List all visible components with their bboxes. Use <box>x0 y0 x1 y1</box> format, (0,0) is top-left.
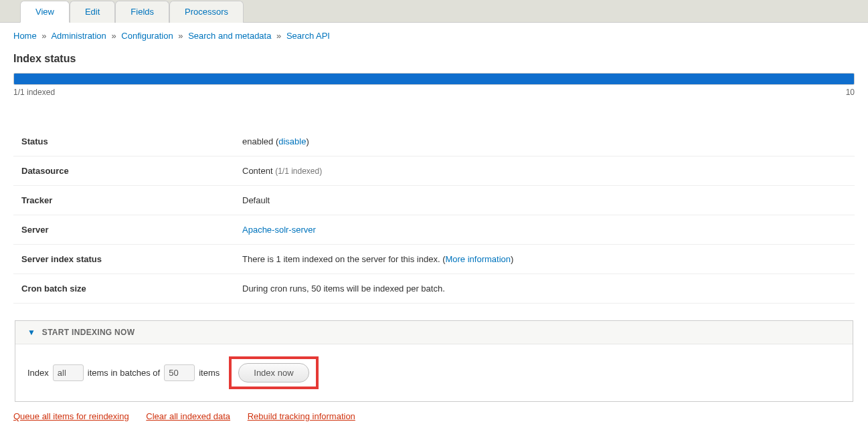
batch-size-input[interactable] <box>164 364 195 381</box>
breadcrumb-search-api[interactable]: Search API <box>286 31 330 41</box>
breadcrumb: Home » Administration » Configuration » … <box>13 31 855 41</box>
bottom-links: Queue all items for reindexing Clear all… <box>13 411 855 421</box>
breadcrumb-configuration[interactable]: Configuration <box>121 31 173 41</box>
row-label-server: Server <box>13 215 234 245</box>
progress-meta: 1/1 indexed 10 <box>13 88 855 97</box>
index-text-1: Index <box>27 368 49 378</box>
row-value-tracker: Default <box>234 186 855 215</box>
start-indexing-fieldset: ▼ START INDEXING NOW Index items in batc… <box>15 320 853 402</box>
breadcrumb-administration[interactable]: Administration <box>51 31 106 41</box>
row-value-cron-batch: During cron runs, 50 items will be index… <box>234 274 855 304</box>
status-suffix: ) <box>306 136 309 146</box>
row-value-datasource: Content (1/1 indexed) <box>234 156 855 186</box>
row-label-status: Status <box>13 127 234 156</box>
table-row: Status enabled (disable) <box>13 127 855 156</box>
row-value-status: enabled (disable) <box>234 127 855 156</box>
queue-all-link[interactable]: Queue all items for reindexing <box>13 411 129 421</box>
rebuild-tracking-link[interactable]: Rebuild tracking information <box>248 411 355 421</box>
progress-bar <box>13 73 855 85</box>
tab-view[interactable]: View <box>20 1 70 23</box>
progress-bar-fill <box>14 74 854 84</box>
index-text-3: items <box>199 368 220 378</box>
index-now-button[interactable]: Index now <box>238 363 309 382</box>
index-count-input[interactable] <box>53 364 84 381</box>
table-row: Server index status There is 1 item inde… <box>13 245 855 274</box>
breadcrumb-sep: » <box>178 31 183 41</box>
row-value-server-index-status: There is 1 item indexed on the server fo… <box>234 245 855 274</box>
row-label-tracker: Tracker <box>13 186 234 215</box>
datasource-muted: (1/1 indexed) <box>275 167 322 176</box>
server-link[interactable]: Apache-solr-server <box>242 225 316 235</box>
row-label-server-index-status: Server index status <box>13 245 234 274</box>
breadcrumb-sep: » <box>276 31 281 41</box>
breadcrumb-sep: » <box>111 31 116 41</box>
breadcrumb-search-and-metadata[interactable]: Search and metadata <box>188 31 271 41</box>
legend-text: START INDEXING NOW <box>42 328 135 337</box>
page-title: Index status <box>13 53 855 65</box>
sis-suffix: ) <box>511 254 513 264</box>
tab-processors[interactable]: Processors <box>169 1 244 23</box>
tab-fields[interactable]: Fields <box>115 1 169 23</box>
index-text-2: items in batches of <box>88 368 160 378</box>
table-row: Datasource Content (1/1 indexed) <box>13 156 855 186</box>
fieldset-legend[interactable]: ▼ START INDEXING NOW <box>15 321 853 344</box>
sis-prefix: There is 1 item indexed on the server fo… <box>242 254 445 264</box>
tab-edit[interactable]: Edit <box>70 1 115 23</box>
row-value-server: Apache-solr-server <box>234 215 855 245</box>
table-row: Server Apache-solr-server <box>13 215 855 245</box>
tab-bar: View Edit Fields Processors <box>0 0 868 23</box>
status-prefix: enabled ( <box>242 136 278 146</box>
breadcrumb-sep: » <box>41 31 46 41</box>
disable-link[interactable]: disable <box>278 136 306 146</box>
index-status-table: Status enabled (disable) Datasource Cont… <box>13 127 855 304</box>
datasource-value: Content <box>242 166 275 176</box>
breadcrumb-home[interactable]: Home <box>13 31 37 41</box>
row-label-datasource: Datasource <box>13 156 234 186</box>
table-row: Tracker Default <box>13 186 855 215</box>
table-row: Cron batch size During cron runs, 50 ite… <box>13 274 855 304</box>
highlight-box: Index now <box>229 356 318 389</box>
progress-right-text: 10 <box>846 88 855 97</box>
collapse-arrow-icon: ▼ <box>27 328 35 337</box>
more-information-link[interactable]: More information <box>445 254 511 264</box>
progress-left-text: 1/1 indexed <box>13 88 55 97</box>
row-label-cron-batch: Cron batch size <box>13 274 234 304</box>
clear-all-link[interactable]: Clear all indexed data <box>146 411 230 421</box>
